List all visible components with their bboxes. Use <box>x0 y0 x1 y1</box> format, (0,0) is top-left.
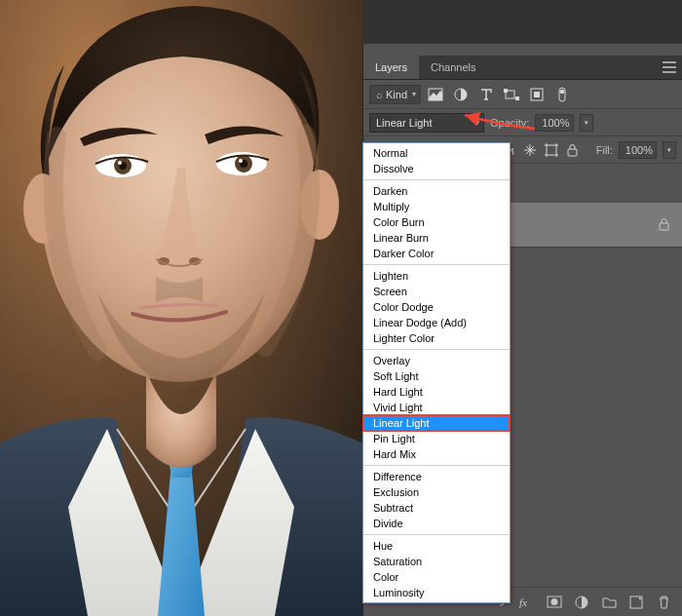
filter-smartobject-icon[interactable] <box>526 84 548 105</box>
search-icon: ⌕ <box>376 89 383 100</box>
blend-mode-option[interactable]: Screen <box>363 284 510 299</box>
fill-label: Fill: <box>596 144 613 156</box>
svg-rect-18 <box>515 96 519 100</box>
group-icon[interactable] <box>598 592 620 613</box>
blend-mode-option[interactable]: Darker Color <box>363 246 510 261</box>
chevron-down-icon: ▾ <box>475 118 479 127</box>
blend-mode-option[interactable]: Divide <box>363 516 510 531</box>
opacity-input[interactable]: 100% <box>535 114 573 132</box>
lock-icon <box>658 217 670 233</box>
opacity-label: Opacity: <box>490 117 529 129</box>
opacity-value: 100% <box>542 117 569 129</box>
svg-point-10 <box>118 161 122 165</box>
svg-point-11 <box>239 159 243 163</box>
new-layer-icon[interactable] <box>625 592 647 613</box>
dropdown-separator <box>363 349 510 350</box>
layer-filter-row: ⌕ Kind ▾ <box>363 80 682 109</box>
svg-rect-20 <box>534 92 540 97</box>
blend-mode-option[interactable]: Darken <box>363 183 510 199</box>
fill-input[interactable]: 100% <box>619 141 657 159</box>
filter-kind-label: Kind <box>386 89 407 100</box>
tab-channels[interactable]: Channels <box>419 56 487 79</box>
svg-rect-17 <box>504 89 508 93</box>
blend-mode-option[interactable]: Linear Dodge (Add) <box>363 315 510 330</box>
blend-mode-option[interactable]: Hue <box>363 538 510 554</box>
opacity-flyout[interactable]: ▾ <box>580 114 593 132</box>
blend-mode-option[interactable]: Linear Light <box>363 415 510 431</box>
blend-mode-option[interactable]: Color <box>363 569 510 585</box>
blend-mode-option[interactable]: Hard Light <box>363 384 510 400</box>
dropdown-separator <box>363 264 510 265</box>
blend-mode-option[interactable]: Soft Light <box>363 368 510 384</box>
blend-mode-option[interactable]: Color Dodge <box>363 299 510 315</box>
blend-mode-option[interactable]: Color Burn <box>363 214 510 230</box>
chevron-down-icon: ▾ <box>412 90 416 98</box>
tab-label: Layers <box>375 61 407 73</box>
filter-kind-select[interactable]: ⌕ Kind ▾ <box>369 85 421 104</box>
svg-rect-27 <box>568 149 577 156</box>
panel-menu-icon[interactable] <box>663 61 676 75</box>
dropdown-separator <box>363 465 510 466</box>
filter-adjustment-icon[interactable] <box>450 84 472 105</box>
blend-mode-option[interactable]: Difference <box>363 469 510 484</box>
blend-mode-option[interactable]: Luminosity <box>363 585 510 600</box>
delete-layer-icon[interactable] <box>653 592 674 613</box>
blend-mode-option[interactable]: Saturation <box>363 554 510 569</box>
panel-tab-bar: Layers Channels <box>363 56 682 80</box>
document-canvas[interactable] <box>0 0 362 616</box>
lock-position-icon[interactable] <box>520 140 540 160</box>
filter-pixel-icon[interactable] <box>425 84 446 105</box>
blend-mode-option[interactable]: Lighten <box>363 268 510 284</box>
fill-flyout[interactable]: ▾ <box>663 141 676 159</box>
dropdown-separator <box>363 179 510 180</box>
blend-mode-option[interactable]: Vivid Light <box>363 400 510 415</box>
svg-text:fx: fx <box>519 597 527 608</box>
blend-mode-dropdown[interactable]: NormalDissolveDarkenMultiplyColor BurnLi… <box>362 142 511 603</box>
blend-mode-option[interactable]: Linear Burn <box>363 230 510 246</box>
adjustment-layer-icon[interactable] <box>571 592 592 613</box>
blend-opacity-row: Linear Light ▾ Opacity: 100% ▾ <box>363 109 682 136</box>
blend-mode-option[interactable]: Pin Light <box>363 431 510 446</box>
blend-mode-option[interactable]: Lighter Color <box>363 330 510 346</box>
filter-toggle-icon[interactable] <box>551 84 573 105</box>
blend-mode-option[interactable]: Exclusion <box>363 484 510 500</box>
svg-point-22 <box>560 89 564 93</box>
app-dark-top <box>362 0 682 44</box>
fill-value: 100% <box>625 144 653 156</box>
filter-type-icon[interactable] <box>475 84 497 105</box>
svg-rect-26 <box>547 145 556 155</box>
blend-mode-option[interactable]: Dissolve <box>363 161 510 176</box>
blend-mode-option[interactable]: Subtract <box>363 500 510 516</box>
svg-rect-28 <box>660 223 668 230</box>
blend-mode-option[interactable]: Overlay <box>363 353 510 368</box>
dropdown-separator <box>363 534 510 535</box>
filter-shape-icon[interactable] <box>501 84 522 105</box>
blend-mode-option[interactable]: Hard Mix <box>363 446 510 462</box>
lock-all-icon[interactable] <box>563 140 583 160</box>
blend-mode-option[interactable]: Multiply <box>363 199 510 214</box>
svg-point-31 <box>551 598 558 605</box>
lock-artboard-icon[interactable] <box>542 140 561 160</box>
layer-mask-icon[interactable] <box>544 592 565 613</box>
layer-style-icon[interactable]: fx <box>516 592 538 613</box>
blend-mode-option[interactable]: Normal <box>363 145 510 161</box>
blend-mode-current: Linear Light <box>376 117 433 129</box>
blend-mode-select[interactable]: Linear Light ▾ <box>369 113 484 133</box>
tab-layers[interactable]: Layers <box>363 56 419 79</box>
tab-label: Channels <box>431 61 475 73</box>
